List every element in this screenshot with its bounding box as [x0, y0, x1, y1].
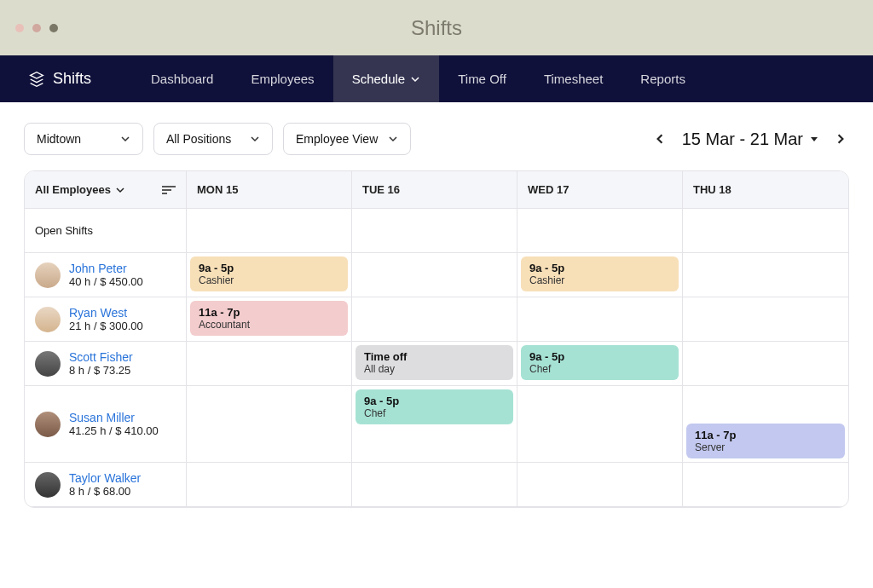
brand-logo-icon — [27, 70, 46, 89]
john-wed-cell[interactable]: 9a - 5p Cashier — [517, 253, 683, 297]
employee-meta: 8 h / $ 73.25 — [69, 364, 133, 377]
employee-row-label: Ryan West 21 h / $ 300.00 — [25, 297, 187, 342]
nav-timeoff[interactable]: Time Off — [439, 55, 525, 102]
caret-down-icon — [810, 135, 818, 143]
employee-name-link[interactable]: Taylor Walker — [69, 471, 141, 485]
ryan-wed-cell[interactable] — [517, 297, 683, 342]
employee-meta: 41.25 h / $ 410.00 — [69, 424, 159, 437]
chevron-down-icon — [116, 186, 124, 194]
nav-employees[interactable]: Employees — [232, 55, 332, 102]
scott-mon-cell[interactable] — [187, 342, 352, 386]
date-range-picker[interactable]: 15 Mar - 21 Mar — [682, 130, 818, 149]
main-navbar: Shifts Dashboard Employees Schedule Time… — [0, 55, 873, 102]
shift-block[interactable]: 9a - 5p Cashier — [521, 257, 679, 291]
employee-row-label: Susan Miller 41.25 h / $ 410.00 — [25, 386, 187, 463]
avatar — [35, 412, 61, 437]
susan-mon-cell[interactable] — [187, 386, 352, 463]
shift-block[interactable]: 9a - 5p Chef — [521, 345, 679, 380]
next-week-button[interactable] — [832, 130, 849, 147]
employee-meta: 21 h / $ 300.00 — [69, 320, 143, 332]
ryan-mon-cell[interactable]: 11a - 7p Accountant — [187, 297, 352, 342]
timeoff-block[interactable]: Time off All day — [356, 345, 513, 380]
employee-meta: 40 h / $ 450.00 — [69, 275, 143, 288]
brand: Shifts — [27, 70, 91, 89]
open-thu-cell[interactable] — [683, 209, 848, 253]
open-shifts-row-label: Open Shifts — [25, 209, 187, 253]
ryan-thu-cell[interactable] — [683, 297, 848, 342]
employee-name-link[interactable]: John Peter — [69, 262, 143, 275]
close-icon[interactable] — [15, 24, 24, 32]
toolbar: Midtown All Positions Employee View 15 M… — [0, 102, 873, 170]
taylor-wed-cell[interactable] — [517, 463, 683, 507]
employee-name-link[interactable]: Scott Fisher — [69, 350, 133, 364]
window-titlebar: Shifts — [0, 0, 873, 55]
taylor-mon-cell[interactable] — [187, 463, 352, 507]
chevron-down-icon — [388, 134, 398, 144]
nav-timesheet[interactable]: Timesheet — [525, 55, 622, 102]
avatar — [35, 351, 61, 377]
chevron-down-icon — [250, 134, 260, 144]
susan-thu-cell[interactable]: 11a - 7p Server — [683, 386, 848, 463]
ryan-tue-cell[interactable] — [352, 297, 517, 342]
maximize-icon[interactable] — [49, 24, 58, 32]
shift-block[interactable]: 11a - 7p Accountant — [190, 301, 348, 336]
shift-block[interactable]: 9a - 5p Cashier — [190, 257, 348, 291]
position-select[interactable]: All Positions — [153, 123, 273, 155]
susan-wed-cell[interactable] — [517, 386, 683, 463]
day-header-thu: THU 18 — [683, 171, 848, 209]
view-select[interactable]: Employee View — [283, 123, 411, 155]
employee-name-link[interactable]: Susan Miller — [69, 411, 159, 424]
sort-icon[interactable] — [162, 185, 176, 195]
scott-thu-cell[interactable] — [683, 342, 848, 386]
all-employees-filter[interactable]: All Employees — [35, 183, 124, 196]
employee-row-label: John Peter 40 h / $ 450.00 — [25, 253, 187, 297]
chevron-down-icon — [410, 74, 420, 84]
nav-reports[interactable]: Reports — [622, 55, 704, 102]
john-thu-cell[interactable] — [683, 253, 848, 297]
window-controls — [15, 24, 58, 32]
scott-tue-cell[interactable]: Time off All day — [352, 342, 517, 386]
susan-tue-cell[interactable]: 9a - 5p Chef — [352, 386, 517, 463]
taylor-tue-cell[interactable] — [352, 463, 517, 507]
avatar — [35, 262, 61, 288]
employee-name-link[interactable]: Ryan West — [69, 306, 143, 320]
shift-block[interactable]: 9a - 5p Chef — [356, 389, 513, 424]
location-select[interactable]: Midtown — [24, 123, 143, 155]
employee-column-header: All Employees — [25, 171, 187, 209]
open-mon-cell[interactable] — [187, 209, 352, 253]
nav-items: Dashboard Employees Schedule Time Off Ti… — [132, 55, 704, 102]
scott-wed-cell[interactable]: 9a - 5p Chef — [517, 342, 683, 386]
day-header-mon: MON 15 — [187, 171, 352, 209]
day-header-tue: TUE 16 — [352, 171, 517, 209]
john-mon-cell[interactable]: 9a - 5p Cashier — [187, 253, 352, 297]
employee-row-label: Taylor Walker 8 h / $ 68.00 — [25, 463, 187, 507]
day-header-wed: WED 17 — [517, 171, 683, 209]
avatar — [35, 472, 61, 498]
open-tue-cell[interactable] — [352, 209, 517, 253]
brand-label: Shifts — [53, 70, 91, 88]
employee-row-label: Scott Fisher 8 h / $ 73.25 — [25, 342, 187, 386]
prev-week-button[interactable] — [651, 130, 668, 147]
employee-meta: 8 h / $ 68.00 — [69, 485, 141, 498]
minimize-icon[interactable] — [32, 24, 41, 32]
taylor-thu-cell[interactable] — [683, 463, 848, 507]
john-tue-cell[interactable] — [352, 253, 517, 297]
nav-dashboard[interactable]: Dashboard — [132, 55, 232, 102]
window-title: Shifts — [411, 16, 462, 40]
shift-block[interactable]: 11a - 7p Server — [686, 424, 845, 458]
open-wed-cell[interactable] — [517, 209, 683, 253]
chevron-down-icon — [120, 134, 130, 144]
avatar — [35, 307, 61, 332]
schedule-grid: All Employees MON 15 TUE 16 WED 17 THU 1… — [24, 170, 849, 508]
nav-schedule[interactable]: Schedule — [333, 55, 440, 102]
